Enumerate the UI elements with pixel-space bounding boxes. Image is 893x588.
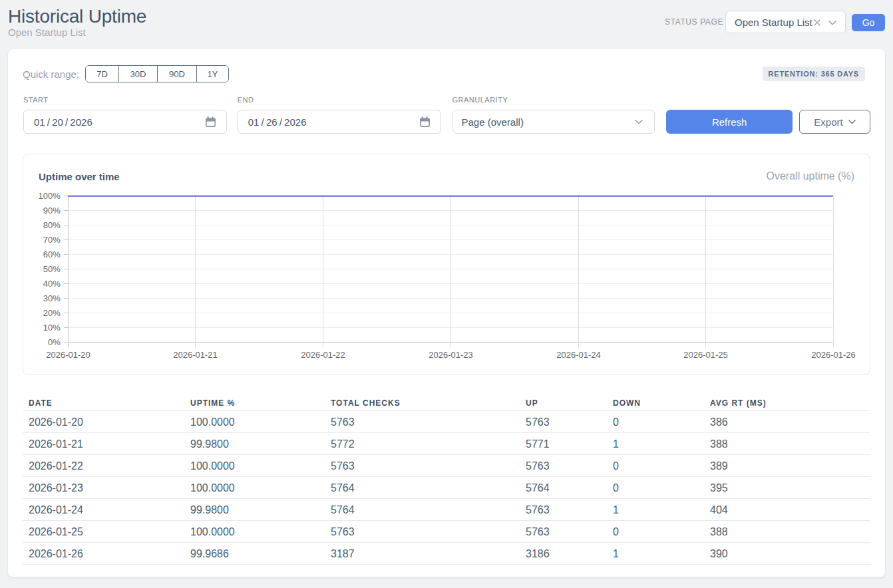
svg-text:2026-01-20: 2026-01-20 — [46, 350, 90, 360]
svg-text:10%: 10% — [43, 323, 61, 333]
svg-text:2026-01-24: 2026-01-24 — [556, 350, 601, 360]
svg-text:2026-01-22: 2026-01-22 — [301, 350, 345, 360]
svg-text:2026-01-26: 2026-01-26 — [811, 350, 856, 360]
svg-text:2026-01-23: 2026-01-23 — [429, 350, 473, 360]
svg-text:2026-01-25: 2026-01-25 — [683, 350, 728, 360]
svg-text:30%: 30% — [43, 293, 61, 303]
svg-text:90%: 90% — [43, 206, 61, 216]
svg-text:40%: 40% — [43, 279, 61, 289]
svg-text:20%: 20% — [43, 308, 61, 318]
svg-text:60%: 60% — [43, 249, 61, 259]
svg-text:50%: 50% — [43, 264, 61, 274]
svg-text:0%: 0% — [48, 337, 61, 347]
svg-text:100%: 100% — [39, 191, 61, 201]
svg-text:70%: 70% — [43, 235, 61, 245]
svg-text:80%: 80% — [43, 220, 61, 230]
svg-text:2026-01-21: 2026-01-21 — [173, 350, 218, 360]
